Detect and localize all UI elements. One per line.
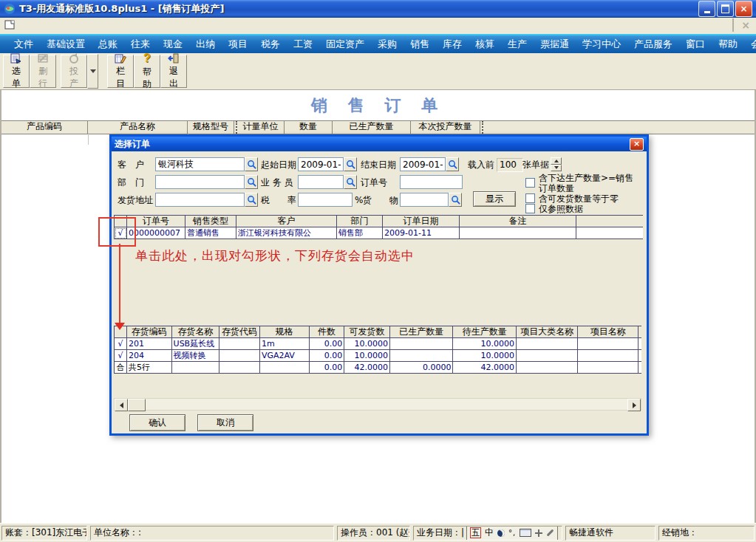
horizontal-scrollbar[interactable] — [114, 398, 641, 411]
application-window: T3-用友通标准版10.8plus1 - [销售订单投产] × × 文件 基础设… — [0, 0, 756, 542]
exit-button[interactable]: 退出 — [160, 55, 187, 88]
department-input[interactable] — [155, 175, 245, 189]
restore-icon[interactable] — [717, 1, 734, 17]
cb-available-zero-label: 含可发货数量等于零 — [539, 193, 619, 204]
percent-label: % — [355, 194, 363, 206]
minimize-icon[interactable] — [698, 1, 715, 17]
menu-fixed-assets[interactable]: 固定资产 — [319, 38, 371, 51]
menu-receivables[interactable]: 往来 — [124, 38, 157, 51]
ime-move-icon[interactable] — [535, 529, 542, 537]
goods-input[interactable] — [400, 193, 449, 207]
menu-product-service[interactable]: 产品服务 — [627, 38, 679, 51]
col-spec-model: 规格型号 — [188, 121, 234, 134]
menu-window[interactable]: 窗口 — [679, 38, 712, 51]
produce-button[interactable]: 投产 — [61, 55, 87, 88]
ime-language-bar[interactable]: 五 中 °, — [466, 526, 558, 541]
ime-wubi-icon[interactable]: 五 — [470, 527, 481, 538]
dialog-titlebar[interactable]: 选择订单 × — [112, 137, 647, 151]
scroll-left-icon[interactable] — [115, 399, 128, 411]
customer-input[interactable] — [155, 157, 245, 171]
menu-help[interactable]: 帮助 — [712, 38, 744, 51]
business-date-panel: 业务日期：| 五 中 °, — [413, 526, 562, 541]
inventory-row[interactable]: √ 204 视频转换 VGA2AV 0.00 10.0000 10.0000 — [115, 350, 641, 362]
menu-general-ledger[interactable]: 总账 — [92, 38, 124, 51]
inventory-row-checkmark[interactable]: √ — [115, 350, 127, 362]
unit-name-panel: 单位名称：: — [90, 526, 334, 541]
close-icon[interactable]: × — [735, 1, 752, 17]
end-date-lookup-icon[interactable] — [446, 157, 459, 171]
spin-up-icon[interactable] — [551, 157, 562, 165]
menu-purchase[interactable]: 采购 — [371, 38, 403, 51]
start-date-input[interactable] — [298, 157, 344, 171]
salesman-lookup-icon[interactable] — [344, 175, 357, 189]
ime-punctuation-icon[interactable]: °, — [508, 529, 516, 537]
scrollbar-track[interactable] — [146, 399, 627, 410]
menu-project[interactable]: 项目 — [222, 38, 254, 51]
delete-row-button[interactable]: 删行 — [30, 55, 56, 88]
tax-rate-input[interactable] — [298, 193, 353, 207]
order-row-checkmark[interactable]: √ — [115, 227, 127, 239]
department-lookup-icon[interactable] — [245, 175, 258, 189]
cb-production-ge-sales[interactable] — [525, 178, 535, 188]
scroll-right-icon[interactable] — [627, 399, 641, 411]
customer-lookup-icon[interactable] — [245, 157, 258, 171]
menu-file[interactable]: 文件 — [7, 38, 40, 51]
col-qty: 数量 — [285, 121, 333, 134]
inventory-row-checkmark[interactable]: √ — [115, 338, 127, 350]
ship-address-label: 发货地址 — [118, 194, 153, 206]
inventory-total-row: 合 共5行 0.00 42.0000 0.0000 42.0000 — [115, 362, 641, 374]
load-count-stepper[interactable] — [551, 157, 562, 171]
load-prefix-label: 载入前 — [468, 159, 494, 171]
menu-costing[interactable]: 核算 — [469, 38, 501, 51]
order-no-input[interactable] — [400, 175, 463, 189]
menu-notes[interactable]: 票据通 — [534, 38, 576, 51]
mdi-restore-icon[interactable] — [732, 21, 734, 31]
product-table-header: 产品编码 产品名称 规格型号 计量单位 数量 已生产数量 本次投产数量 — [1, 120, 755, 134]
ship-address-lookup-icon[interactable] — [245, 193, 258, 207]
cb-reference-only[interactable] — [525, 204, 535, 213]
salesman-input[interactable] — [298, 175, 344, 189]
show-button[interactable]: 显示 — [473, 191, 516, 207]
produce-dropdown-button[interactable] — [87, 54, 98, 89]
confirm-button[interactable]: 确认 — [129, 414, 185, 431]
load-count-field[interactable]: 100 — [497, 158, 523, 172]
cancel-button[interactable]: 取消 — [197, 414, 253, 431]
menu-accounting-home[interactable]: 会计家园 — [744, 38, 756, 51]
child-window-icon[interactable] — [4, 20, 16, 30]
ime-keyboard-icon[interactable] — [520, 529, 531, 537]
menu-sales[interactable]: 销售 — [403, 38, 436, 51]
cb-available-zero[interactable] — [525, 193, 535, 203]
ime-chinese-icon[interactable]: 中 — [485, 526, 494, 539]
menu-production[interactable]: 生产 — [501, 38, 534, 51]
spin-down-icon[interactable] — [551, 165, 562, 172]
menu-cash[interactable]: 现金 — [157, 38, 189, 51]
columns-button[interactable]: 栏目 — [107, 55, 134, 88]
end-date-input[interactable] — [400, 157, 446, 171]
start-date-lookup-icon[interactable] — [344, 157, 357, 171]
inventory-table-header: 存货编码 存货名称 存货代码 规格 件数 可发货数 已生产数量 待生产数量 项目… — [115, 326, 641, 338]
goods-lookup-icon[interactable] — [449, 193, 462, 207]
ship-address-input[interactable] — [155, 193, 245, 207]
menu-tax[interactable]: 税务 — [254, 38, 287, 51]
menu-cashier[interactable]: 出纳 — [189, 38, 222, 51]
menu-basic-setup[interactable]: 基础设置 — [40, 38, 92, 51]
mdi-close-icon[interactable]: × — [741, 21, 750, 31]
ime-fullwidth-icon[interactable] — [497, 529, 505, 537]
select-order-button[interactable]: 选单 — [3, 55, 30, 88]
department-label: 部 门 — [118, 176, 144, 188]
help-button[interactable]: ? 帮助 — [134, 55, 160, 88]
salesman-label: 业 务 员 — [261, 176, 293, 188]
page-title: 销 售 订 单 — [0, 95, 756, 117]
toolbar: 选单 删行 投产 栏目 ? 帮助 — [0, 53, 756, 90]
dialog-close-icon[interactable]: × — [630, 138, 644, 151]
col-product-name: 产品名称 — [88, 121, 188, 134]
scrollbar-thumb[interactable] — [128, 399, 146, 411]
menu-payroll[interactable]: 工资 — [287, 38, 319, 51]
cb-reference-only-label: 仅参照数据 — [539, 204, 583, 214]
menu-learning-center[interactable]: 学习中心 — [576, 38, 627, 51]
order-table-row[interactable]: √ 0000000007 普通销售 浙江银河科技有限公 销售部 2009-01-… — [115, 227, 643, 239]
ime-tools-icon[interactable] — [547, 529, 554, 537]
menu-inventory[interactable]: 库存 — [436, 38, 469, 51]
inventory-row[interactable]: √ 201 USB延长线 1m 0.00 10.0000 10.0000 — [115, 338, 641, 350]
col-unit: 计量单位 — [237, 121, 285, 134]
